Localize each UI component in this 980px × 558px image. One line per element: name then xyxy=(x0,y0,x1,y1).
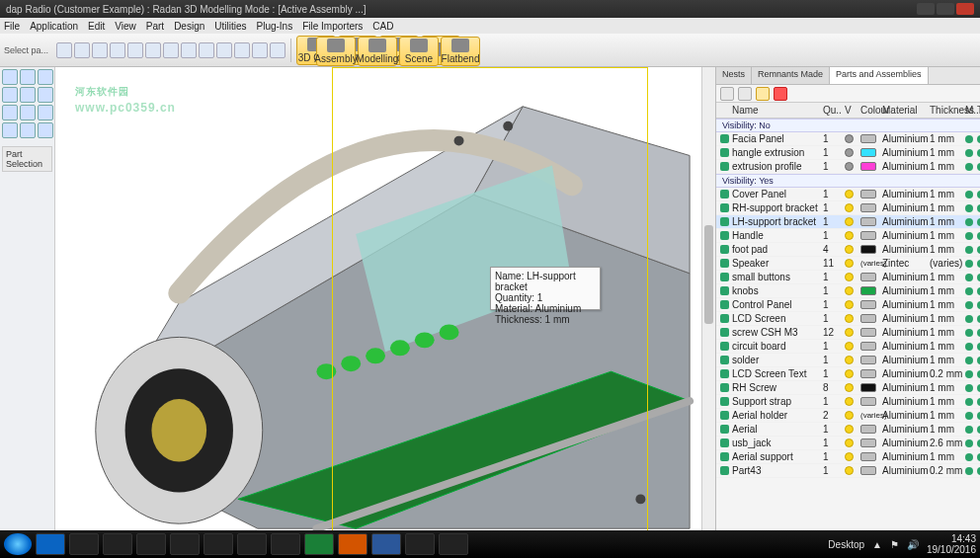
part-row[interactable]: screw CSH M312Aluminium1 mm xyxy=(716,326,980,340)
part-row[interactable]: Aerial1Aluminium1 mm xyxy=(716,423,980,437)
lightbulb-icon[interactable] xyxy=(845,438,854,447)
menu-part[interactable]: Part xyxy=(146,21,164,32)
col-colour[interactable]: Colour xyxy=(860,105,880,116)
lightbulb-icon[interactable] xyxy=(845,245,854,254)
tool-icon[interactable] xyxy=(163,42,179,58)
palette-icon[interactable] xyxy=(2,105,18,120)
menu-file[interactable]: File xyxy=(4,21,20,32)
colour-swatch[interactable] xyxy=(860,273,876,281)
maximize-button[interactable] xyxy=(937,3,954,15)
taskbar-app[interactable] xyxy=(405,533,435,555)
menu-cad[interactable]: CAD xyxy=(372,21,393,32)
lightbulb-icon[interactable] xyxy=(845,342,854,351)
lightbulb-icon[interactable] xyxy=(845,162,854,171)
tool-icon[interactable] xyxy=(181,42,197,58)
lightbulb-icon[interactable] xyxy=(845,203,854,212)
part-row[interactable]: extrusion profile1Aluminium1 mm xyxy=(716,160,980,174)
taskbar-app[interactable] xyxy=(304,533,334,555)
part-row[interactable]: LCD Screen1Aluminium1 mm xyxy=(716,312,980,326)
palette-icon[interactable] xyxy=(38,105,53,120)
lightbulb-icon[interactable] xyxy=(845,328,854,337)
tool-icon[interactable] xyxy=(252,42,268,58)
toolbar-icon[interactable] xyxy=(738,87,752,101)
col-m[interactable]: M.. xyxy=(965,105,975,116)
taskbar-app[interactable] xyxy=(69,533,99,555)
lightbulb-icon[interactable] xyxy=(845,259,854,268)
taskbar-app[interactable] xyxy=(271,533,300,555)
lightbulb-icon[interactable] xyxy=(845,425,854,434)
colour-swatch[interactable] xyxy=(860,286,876,295)
tray-icon[interactable]: ▲ xyxy=(872,539,882,550)
parts-list[interactable]: Visibility: NoFacia Panel1Aluminium1 mmh… xyxy=(716,119,980,530)
part-row[interactable]: Part431Aluminium0.2 mm xyxy=(716,464,980,478)
colour-swatch[interactable] xyxy=(860,314,876,323)
lightbulb-icon[interactable] xyxy=(845,411,854,420)
mode-assembly-button[interactable]: Assembly xyxy=(316,37,356,66)
part-row[interactable]: usb_jack1Aluminium2.6 mm xyxy=(716,437,980,450)
lightbulb-icon[interactable] xyxy=(845,369,854,378)
colour-swatch[interactable] xyxy=(860,466,876,475)
lightbulb-icon[interactable] xyxy=(845,397,854,406)
palette-icon[interactable] xyxy=(20,87,36,103)
part-row[interactable]: LCD Screen Text1Aluminium0.2 mm xyxy=(716,367,980,381)
lightbulb-icon[interactable] xyxy=(845,452,854,461)
tool-icon[interactable] xyxy=(127,42,143,58)
tray-icon[interactable]: 🔊 xyxy=(907,539,919,550)
lightbulb-icon[interactable] xyxy=(845,314,854,323)
lightbulb-icon[interactable] xyxy=(845,466,854,475)
colour-swatch[interactable] xyxy=(860,397,876,406)
colour-swatch[interactable] xyxy=(860,342,876,351)
taskbar-app[interactable] xyxy=(338,533,368,555)
colour-swatch[interactable] xyxy=(860,245,876,254)
tool-icon[interactable] xyxy=(270,42,286,58)
menu-application[interactable]: Application xyxy=(30,21,78,32)
lightbulb-icon[interactable] xyxy=(845,217,854,226)
part-row[interactable]: Cover Panel1Aluminium1 mm xyxy=(716,188,980,201)
mode-scene-button[interactable]: Scene xyxy=(399,37,439,66)
menu-plugins[interactable]: Plug-Ins xyxy=(257,21,293,32)
part-row[interactable]: RH-support bracket1Aluminium1 mm xyxy=(716,201,980,215)
toolbar-icon[interactable] xyxy=(720,87,734,101)
tool-icon[interactable] xyxy=(216,42,232,58)
colour-swatch[interactable] xyxy=(860,190,876,199)
part-colour[interactable]: (varies) xyxy=(860,411,880,420)
part-row[interactable]: knobs1Aluminium1 mm xyxy=(716,284,980,298)
tab-parts-assemblies[interactable]: Parts and Assemblies xyxy=(830,67,929,84)
menu-utilities[interactable]: Utilities xyxy=(214,21,246,32)
part-row[interactable]: Support strap1Aluminium1 mm xyxy=(716,395,980,409)
colour-swatch[interactable] xyxy=(860,134,876,143)
part-row[interactable]: hangle extrusion1Aluminium1 mm xyxy=(716,146,980,160)
taskbar-app[interactable] xyxy=(170,533,200,555)
clock-date[interactable]: 19/10/2016 xyxy=(927,544,976,555)
col-name[interactable]: Name xyxy=(732,105,821,116)
toolbar-icon[interactable] xyxy=(756,87,770,101)
menu-edit[interactable]: Edit xyxy=(88,21,105,32)
colour-swatch[interactable] xyxy=(860,356,876,364)
mode-flatbend-button[interactable]: Flatbend xyxy=(441,37,480,66)
palette-icon[interactable] xyxy=(2,87,18,103)
colour-swatch[interactable] xyxy=(860,452,876,461)
colour-swatch[interactable] xyxy=(860,425,876,434)
palette-icon[interactable] xyxy=(2,122,18,138)
viewport-3d[interactable]: 河东软件园 www.pc0359.cn xyxy=(55,67,715,530)
part-row[interactable]: foot pad4Aluminium1 mm xyxy=(716,243,980,257)
col-vis[interactable]: V xyxy=(845,105,858,116)
viewport-scrollbar[interactable] xyxy=(701,67,715,530)
col-material[interactable]: Material xyxy=(882,105,928,116)
tool-icon[interactable] xyxy=(56,42,72,58)
taskbar-app[interactable] xyxy=(36,533,65,555)
lightbulb-icon[interactable] xyxy=(845,190,854,199)
menu-design[interactable]: Design xyxy=(174,21,204,32)
tool-icon[interactable] xyxy=(199,42,214,58)
colour-swatch[interactable] xyxy=(860,369,876,378)
lightbulb-icon[interactable] xyxy=(845,383,854,392)
col-thickness[interactable]: Thickness xyxy=(930,105,963,116)
part-row[interactable]: LH-support bracket1Aluminium1 mm xyxy=(716,215,980,229)
part-row[interactable]: small buttons1Aluminium1 mm xyxy=(716,271,980,284)
tool-icon[interactable] xyxy=(74,42,90,58)
col-qty[interactable]: Qu.. xyxy=(823,105,843,116)
part-row[interactable]: Aerial support1Aluminium1 mm xyxy=(716,450,980,464)
start-button[interactable] xyxy=(4,533,32,555)
taskbar-app[interactable] xyxy=(136,533,166,555)
tab-nests[interactable]: Nests xyxy=(716,67,752,84)
